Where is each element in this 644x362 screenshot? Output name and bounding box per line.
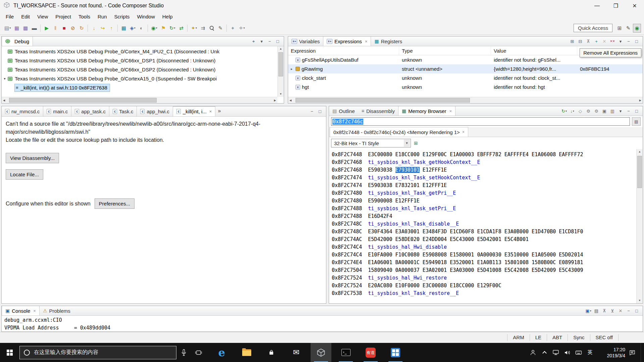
taskbar-cmd[interactable]: ›_ [335, 343, 356, 362]
open-console-icon[interactable]: ▣▾ [585, 307, 592, 314]
taskbar-store[interactable] [261, 343, 282, 362]
ime-language-indicator[interactable]: 英 [584, 349, 596, 356]
profile-icon[interactable]: ◐ [138, 24, 146, 33]
menu-edit[interactable]: Edit [17, 12, 34, 21]
expression-row[interactable]: ▸gRawImgstruct <unnamed>{width=1280,heig… [288, 64, 643, 73]
memory-line[interactable]: 0x8F2C748Cti_sysbios_knl_Task_disable__E [332, 220, 635, 228]
debug-tree-stack-frame[interactable]: ≡_kill(int, int)() at swi.h:110 0x8F2E76… [2, 83, 277, 92]
menu-tools[interactable]: Tools [75, 12, 94, 21]
memory-line[interactable]: 0x8F2C7474E5903038 E7832101 E12FFF1E [332, 182, 635, 189]
value-cell[interactable]: identifier not found: gFsShel... [491, 57, 577, 63]
memory-address-input[interactable]: 0x8f2c746c [331, 117, 630, 126]
breakpoint-icon[interactable]: ⚑ [159, 24, 167, 33]
memory-line[interactable]: 0x8F2C7448E3C00080 E18CC000 E129F00C E1A… [332, 151, 635, 159]
annotate-icon[interactable]: ✎ [216, 24, 224, 33]
tab-registers[interactable]: ▦ Registers [371, 37, 406, 46]
taskbar-clock[interactable]: 17:20 2019/3/4 [596, 347, 627, 359]
save-all-icon[interactable]: ▩ [21, 24, 30, 33]
memory-line[interactable]: 0x8F2C7468E5903038 E7930101 E12FFF1E [332, 166, 635, 174]
locate-file-button[interactable]: Locate File... [6, 169, 43, 180]
twistie-icon[interactable]: ▾ [2, 74, 8, 83]
close-icon[interactable]: × [462, 130, 465, 134]
action-center-icon[interactable] [627, 343, 638, 362]
expressions-horizontal-scrollbar[interactable]: ◀ ▶ [288, 97, 643, 103]
memory-symbol-label[interactable]: ti_sysbios_hal_Hwi_restore [368, 275, 447, 281]
value-cell[interactable]: {width=1280,height=960,fr... [491, 66, 577, 72]
tab-overflow-chevron[interactable]: » [215, 106, 223, 116]
target-config-icon[interactable]: ◈▾ [128, 24, 137, 33]
tab-variables[interactable]: x= Variables [288, 37, 323, 46]
logical-structure-icon[interactable]: ⊟ [577, 38, 584, 45]
menu-scripts[interactable]: Scripts [111, 12, 133, 21]
scroll-down-icon[interactable]: ▼ [278, 92, 284, 97]
taskbar-search-box[interactable]: 在这里输入你要搜索的内容 [19, 346, 176, 359]
mic-icon[interactable] [176, 343, 191, 362]
touch-keyboard-icon[interactable] [573, 343, 584, 362]
memory-line[interactable]: 0x8F2C74ACE5D42000 E58DE020 E24DD004 E5C… [332, 236, 635, 243]
memory-symbol-label[interactable]: ti_sysbios_hal_Hwi_disable [368, 244, 447, 250]
task-view-icon[interactable] [191, 343, 206, 362]
start-button[interactable] [0, 343, 19, 362]
volume-icon[interactable] [561, 343, 573, 362]
scrollbar-thumb[interactable] [296, 98, 470, 103]
memory-line[interactable]: 0x8F2C7480ti_sysbios_knl_Task_getPri__E [332, 189, 635, 197]
memory-line[interactable]: 0x8F2C7524ti_sysbios_hal_Hwi_restore [332, 274, 635, 282]
editor-tab[interactable]: crw_mmcsd.c [2, 106, 43, 116]
step-into-icon[interactable]: ↓ [90, 24, 98, 33]
debug-launch-icon[interactable]: ◉▾ [150, 24, 159, 33]
memory-line[interactable]: 0x8F2C74E4E1A06001 BA00001C E5949018 E35… [332, 259, 635, 266]
column-header[interactable]: Expression [288, 46, 399, 55]
scroll-lock-icon[interactable]: ⊻ [609, 307, 616, 314]
fork-icon[interactable]: ⇉ [199, 24, 207, 33]
memory-line[interactable]: 0x8F2C7488E16D42F4 [332, 213, 635, 220]
expression-row[interactable]: xclock_startunknownidentifier not found:… [288, 73, 643, 82]
expression-cell[interactable]: xgFsShellAppUtilsDataBuf [288, 57, 399, 63]
refresh-icon[interactable]: ↻▾ [561, 107, 568, 115]
expression-cell[interactable]: xhgt [288, 84, 399, 90]
debug-tree-item[interactable]: Texas Instruments XDS2xx USB Debug Probe… [2, 65, 277, 74]
scrollbar-thumb[interactable] [278, 52, 283, 76]
view-menu-icon[interactable]: ▾ [258, 38, 265, 45]
memory-symbol-label[interactable]: ti_sysbios_knl_Task_setHookContext__E [368, 175, 480, 181]
menu-file[interactable]: File [2, 12, 17, 21]
scrollbar-thumb[interactable] [9, 98, 157, 103]
minimize-window-button[interactable]: — [588, 0, 606, 11]
search-icon[interactable] [208, 24, 216, 33]
scroll-up-icon[interactable]: ▲ [278, 46, 284, 52]
minimize-icon[interactable]: − [625, 307, 632, 314]
connect-target-icon[interactable]: ⌖ [250, 38, 257, 45]
scroll-right-icon[interactable]: ▶ [273, 97, 277, 103]
close-icon[interactable]: × [365, 39, 368, 44]
crosshair-icon[interactable]: ◇ [577, 107, 584, 115]
editor-tab[interactable]: cTask.c [109, 106, 137, 116]
memory-symbol-label[interactable]: ti_sysbios_knl_Task_getPri__E [368, 190, 456, 196]
close-icon[interactable]: × [209, 109, 212, 114]
debug-tree-item[interactable]: Texas Instruments XDS2xx USB Debug Probe… [2, 47, 277, 56]
maximize-icon[interactable]: □ [317, 108, 323, 115]
memory-line[interactable]: 0x8F2C7524E20AC080 E10F0000 E3C00080 E18… [332, 282, 635, 290]
debug-vertical-scrollbar[interactable]: ▲ ▼ [277, 46, 284, 97]
scroll-down-icon[interactable]: ▼ [637, 298, 643, 303]
column-header[interactable]: Value [491, 46, 577, 55]
memory-line[interactable]: 0x8F2C7480E5900008 E12FFF1E [332, 197, 635, 205]
editor-tab[interactable]: capp_task.c [71, 106, 109, 116]
new-file-icon[interactable]: ▤▾ [3, 24, 12, 33]
twistie-icon[interactable]: ▸ [289, 67, 294, 71]
console-view-icon[interactable]: ▬ [30, 24, 38, 33]
view-disassembly-button[interactable]: View Disassembly... [6, 153, 59, 163]
memory-symbol-label[interactable]: ti_sysbios_knl_Task_setPri__E [368, 205, 456, 212]
taskbar-mail[interactable]: ✉ [286, 343, 307, 362]
network-icon[interactable] [550, 343, 561, 362]
taskbar-youdao[interactable]: 有道 [360, 343, 381, 362]
memory-symbol-label[interactable]: ti_sysbios_knl_Task_disable__E [368, 221, 459, 227]
save-icon[interactable]: ▦ [13, 24, 21, 33]
tab-disassembly[interactable]: ≡ Disassembly [358, 106, 398, 116]
column-header[interactable]: Type [399, 46, 491, 55]
debug-horizontal-scrollbar[interactable]: ◀ ▶ [2, 97, 277, 103]
close-icon[interactable]: × [449, 109, 452, 114]
view-menu-icon[interactable]: ▾ [617, 38, 624, 45]
minimize-icon[interactable]: − [625, 38, 632, 45]
display-console-icon[interactable]: ▤ [593, 307, 600, 314]
gear-plus-icon[interactable]: ⚙ [585, 107, 592, 115]
scroll-up-icon[interactable]: ▲ [637, 149, 643, 155]
